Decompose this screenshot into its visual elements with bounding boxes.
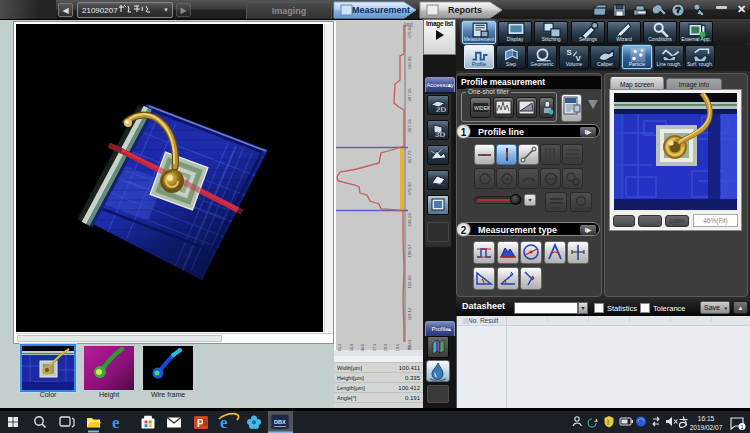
- svg-text:16:15: 16:15: [698, 415, 715, 422]
- svg-text:2019/02/07: 2019/02/07: [690, 424, 723, 431]
- svg-text:1: 1: [740, 424, 743, 430]
- svg-text:e: e: [112, 413, 120, 432]
- svg-text:P: P: [197, 418, 204, 429]
- svg-text:!: !: [607, 419, 609, 426]
- svg-text:2D: 2D: [436, 105, 446, 114]
- svg-text:S: S: [566, 48, 572, 57]
- svg-text:?: ?: [675, 5, 681, 15]
- svg-text:level: level: [551, 206, 560, 211]
- svg-text:DBX: DBX: [274, 419, 286, 425]
- svg-text:WIDEK: WIDEK: [474, 105, 490, 111]
- svg-text:3D: 3D: [435, 130, 445, 139]
- svg-text:remove: remove: [575, 206, 591, 211]
